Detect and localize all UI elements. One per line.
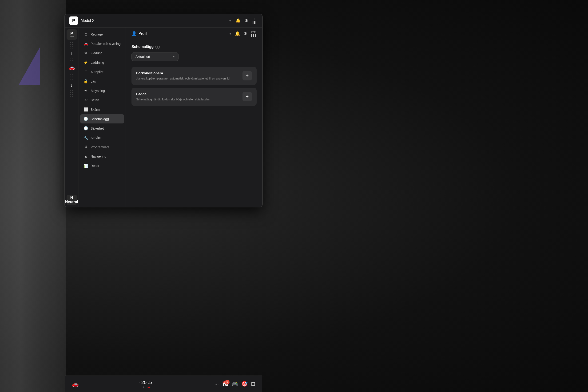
taskbar-car-icon[interactable]: 🚗 bbox=[72, 381, 79, 387]
profile-lte-icon: LTE▌▌▌ bbox=[251, 31, 256, 36]
fjadring-icon: ✏ bbox=[84, 51, 88, 55]
las-icon: 🔒 bbox=[84, 79, 88, 84]
taskbar-temperature: ‹ 20.5 › bbox=[139, 380, 154, 385]
taskbar-game-icon[interactable]: 🎯 bbox=[241, 381, 248, 387]
top-bar-right: ⌂ 🔔 ✱ LTE▌▌▌ bbox=[228, 18, 258, 24]
sidebar-label-autopilot: Autopilot bbox=[90, 70, 121, 74]
sidebar-label-belysning: Belysning bbox=[90, 89, 121, 93]
sidebar-item-schemalag[interactable]: 🕐 Schemalägg bbox=[80, 114, 124, 124]
sidebar-item-programvara[interactable]: ⬇ Programvara bbox=[80, 142, 124, 152]
skarm-icon: ⬜ bbox=[84, 107, 88, 112]
profile-bell-icon[interactable]: 🔔 bbox=[235, 31, 240, 36]
sidebar-item-service[interactable]: 🔧 Service bbox=[80, 133, 124, 142]
bluetooth-icon[interactable]: ✱ bbox=[245, 18, 248, 23]
taskbar-right: ··· 📅 5 🎮 🎯 ⊟ bbox=[214, 381, 255, 387]
charge-desc: Schemalägg när ditt fordon ska börja och… bbox=[136, 97, 239, 102]
temp-sub-left: 🌡 bbox=[143, 386, 145, 388]
precondition-desc: Justera kupétemperaturen automatiskt och… bbox=[136, 76, 239, 81]
dropdown-arrow-icon: ▾ bbox=[173, 55, 174, 58]
profile-home-icon[interactable]: ⌂ bbox=[228, 31, 231, 36]
schemalag-icon: 🕐 bbox=[84, 117, 88, 121]
main-content: 👤 Profil ⌂ 🔔 ✱ LTE▌▌▌ Schemalägg i bbox=[126, 28, 262, 207]
sidebar-item-laddning[interactable]: ⚡ Laddning bbox=[80, 58, 124, 67]
model-name: Model X bbox=[81, 18, 94, 23]
gear-p-button[interactable]: P På P bbox=[66, 30, 77, 40]
top-bar-left: P Model X bbox=[70, 16, 94, 25]
sidebar-label-pedaler: Pedaler och styrning bbox=[90, 42, 121, 46]
temp-arrow-right[interactable]: › bbox=[153, 380, 154, 384]
charge-add-button[interactable]: + bbox=[242, 92, 252, 101]
interior-triangle bbox=[19, 47, 40, 85]
sidebar-label-schemalag: Schemalägg bbox=[90, 117, 121, 121]
precondition-add-button[interactable]: + bbox=[242, 71, 252, 80]
temp-sub-right: 🚗 bbox=[148, 386, 150, 388]
lte-icon: LTE▌▌▌ bbox=[252, 18, 258, 24]
taskbar-apps-icon[interactable]: 🎮 bbox=[232, 381, 238, 387]
schedule-section-title: Schemalägg i bbox=[132, 45, 256, 49]
sidebar-label-navigering: Navigering bbox=[90, 154, 121, 158]
profile-bt-icon[interactable]: ✱ bbox=[244, 31, 248, 36]
info-icon[interactable]: i bbox=[156, 45, 160, 49]
precondition-title: Förkonditionera bbox=[136, 71, 239, 75]
location-label: Aktuell ort bbox=[136, 55, 150, 58]
profile-header: 👤 Profil ⌂ 🔔 ✱ LTE▌▌▌ bbox=[126, 28, 262, 40]
taskbar-calendar-wrap: 📅 5 bbox=[222, 381, 228, 387]
sidebar-label-saten: Säten bbox=[90, 98, 121, 102]
sidebar-item-las[interactable]: 🔒 Lås bbox=[80, 77, 124, 86]
sidebar-label-resor: Resor bbox=[90, 164, 121, 168]
belysning-icon: ☀ bbox=[84, 88, 88, 93]
sidebar-label-las: Lås bbox=[90, 80, 121, 83]
saten-icon: ↩ bbox=[84, 98, 88, 102]
sidebar-item-skarm[interactable]: ⬜ Skärm bbox=[80, 105, 124, 114]
temp-decimal: .5 bbox=[148, 380, 152, 385]
temp-arrow-left[interactable]: ‹ bbox=[139, 380, 140, 384]
main-screen: P Model X ⌂ 🔔 ✱ LTE▌▌▌ P På P ↑ bbox=[65, 14, 262, 207]
location-dropdown[interactable]: Aktuell ort ▾ bbox=[132, 52, 178, 61]
bell-icon[interactable]: 🔔 bbox=[236, 18, 240, 23]
gear-n-button[interactable]: N Neutral bbox=[66, 195, 77, 205]
dots-bot bbox=[70, 89, 73, 98]
sidebar-item-resor[interactable]: 📊 Resor bbox=[80, 161, 124, 170]
navigering-icon: ▲ bbox=[84, 154, 88, 158]
car-icon: 🚗 bbox=[68, 64, 75, 70]
sidebar-label-fjadring: Fjädring bbox=[90, 51, 121, 55]
sidebar-item-fjadring[interactable]: ✏ Fjädring bbox=[80, 48, 124, 58]
precondition-card: Förkonditionera Justera kupétemperaturen… bbox=[132, 67, 256, 85]
sidebar-label-laddning: Laddning bbox=[90, 61, 121, 64]
charge-card: Ladda Schemalägg när ditt fordon ska bör… bbox=[132, 88, 256, 106]
main-inner: Schemalägg i Aktuell ort ▾ Förkonditione… bbox=[126, 40, 262, 113]
top-bar: P Model X ⌂ 🔔 ✱ LTE▌▌▌ bbox=[65, 14, 262, 28]
taskbar-calendar-badge: 5 bbox=[225, 380, 230, 384]
sidebar-item-autopilot[interactable]: ⊟ Autopilot bbox=[80, 67, 124, 76]
taskbar: 🚗 ‹ 20.5 › 🌡 🚗 ··· 📅 5 🎮 🎯 ⊟ bbox=[65, 376, 262, 392]
gear-p-badge[interactable]: P bbox=[70, 16, 78, 25]
sidebar-item-navigering[interactable]: ▲ Navigering bbox=[80, 152, 124, 161]
temp-value: 20 bbox=[141, 380, 146, 385]
sidebar-item-sakerhet[interactable]: 🕐 Säkerhet bbox=[80, 124, 124, 133]
sidebar-item-pedaler[interactable]: 🚗 Pedaler och styrning bbox=[80, 39, 124, 48]
sidebar-label-reglage: Reglage bbox=[90, 32, 121, 36]
taskbar-menu2-icon[interactable]: ⊟ bbox=[251, 381, 255, 387]
arrow-up-button[interactable]: ↑ bbox=[70, 50, 74, 57]
schedule-title-text: Schemalägg bbox=[132, 45, 154, 49]
precondition-content: Förkonditionera Justera kupétemperaturen… bbox=[136, 71, 239, 81]
sidebar-item-belysning[interactable]: ☀ Belysning bbox=[80, 86, 124, 95]
pedaler-icon: 🚗 bbox=[84, 42, 88, 46]
sidebar-item-saten[interactable]: ↩ Säten bbox=[80, 96, 124, 105]
sidebar-label-service: Service bbox=[90, 136, 121, 140]
service-icon: 🔧 bbox=[84, 136, 88, 140]
dots-top bbox=[70, 41, 73, 50]
sidebar-item-reglage[interactable]: ⊙ Reglage bbox=[80, 30, 124, 39]
taskbar-temp-sub: 🌡 🚗 bbox=[143, 386, 150, 388]
gear-column: P På P ↑ 🚗 ↓ bbox=[65, 28, 79, 207]
resor-icon: 📊 bbox=[84, 164, 88, 168]
home-icon[interactable]: ⌂ bbox=[228, 18, 231, 23]
taskbar-menu-icon[interactable]: ··· bbox=[214, 381, 219, 387]
programvara-icon: ⬇ bbox=[84, 145, 88, 149]
charge-content: Ladda Schemalägg när ditt fordon ska bör… bbox=[136, 92, 239, 102]
laddning-icon: ⚡ bbox=[84, 60, 88, 65]
profile-title-area: 👤 Profil bbox=[132, 31, 147, 36]
profile-label: Profil bbox=[138, 32, 147, 36]
dots-mid2 bbox=[70, 72, 73, 82]
arrow-down-button[interactable]: ↓ bbox=[70, 82, 74, 89]
